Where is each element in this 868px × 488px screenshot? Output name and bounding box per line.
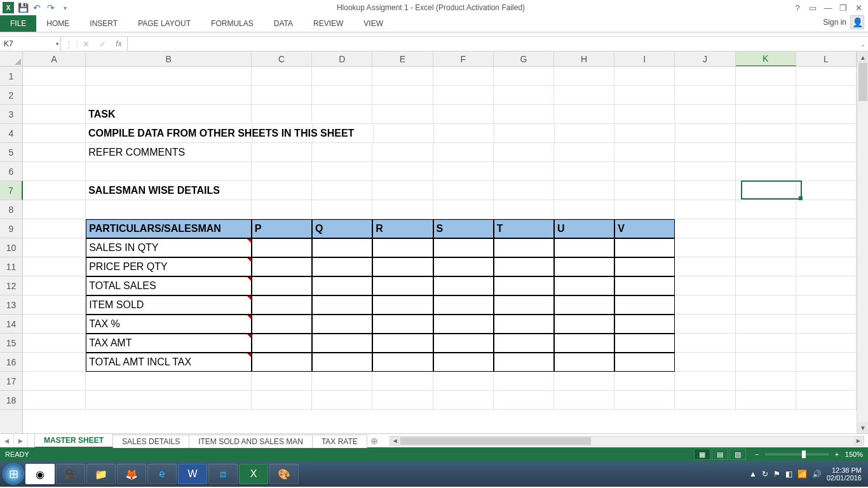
cell-E7[interactable] <box>372 181 433 200</box>
cell-I3[interactable] <box>614 105 675 124</box>
cell-J16[interactable] <box>675 353 735 372</box>
cell-G3[interactable] <box>494 105 554 124</box>
cell-J13[interactable] <box>675 295 735 315</box>
cell-C16[interactable] <box>252 353 312 372</box>
tray-network-icon[interactable]: 📶 <box>797 470 807 478</box>
tray-chevron-icon[interactable]: ▲ <box>749 470 757 478</box>
cell-F18[interactable] <box>433 391 494 410</box>
row-header-6[interactable]: 6 <box>0 162 23 181</box>
cell-K14[interactable] <box>736 315 796 334</box>
cell-D8[interactable] <box>312 200 372 219</box>
col-header-D[interactable]: D <box>312 51 372 66</box>
cell-L6[interactable] <box>796 162 857 181</box>
formula-input[interactable]: ⌄ <box>128 37 868 51</box>
tab-data[interactable]: DATA <box>264 15 303 32</box>
taskbar-dropbox-icon[interactable]: ⧈ <box>208 464 238 484</box>
row-header-17[interactable]: 17 <box>0 372 23 391</box>
cell-F14[interactable] <box>433 315 494 334</box>
file-tab[interactable]: FILE <box>0 15 36 32</box>
cell-B14[interactable]: TAX % <box>86 315 252 334</box>
comment-indicator-icon[interactable] <box>247 239 251 243</box>
cell-I16[interactable] <box>614 353 675 372</box>
cell-I13[interactable] <box>614 295 675 315</box>
cell-C9[interactable]: P <box>252 219 312 238</box>
cell-B2[interactable] <box>86 86 252 105</box>
row-header-15[interactable]: 15 <box>0 334 23 353</box>
cell-C8[interactable] <box>252 200 312 219</box>
cell-D10[interactable] <box>312 238 372 257</box>
taskbar-explorer-icon[interactable]: 📁 <box>86 464 116 484</box>
tray-action-icon[interactable]: ◧ <box>785 470 792 478</box>
cell-A2[interactable] <box>23 86 86 105</box>
zoom-handle[interactable] <box>802 451 806 458</box>
cell-F4[interactable] <box>434 124 494 143</box>
cell-E8[interactable] <box>372 200 433 219</box>
horizontal-scrollbar[interactable]: ◄ ► <box>390 436 864 446</box>
cell-A17[interactable] <box>23 372 86 391</box>
cell-H17[interactable] <box>554 372 614 391</box>
cell-E17[interactable] <box>372 372 433 391</box>
cell-H4[interactable] <box>555 124 615 143</box>
cell-J4[interactable] <box>675 124 736 143</box>
cell-G8[interactable] <box>494 200 554 219</box>
cell-B13[interactable]: ITEM SOLD <box>86 295 252 315</box>
cell-K3[interactable] <box>736 105 796 124</box>
tab-formulas[interactable]: FORMULAS <box>201 15 264 32</box>
scroll-up-icon[interactable]: ▲ <box>857 51 868 63</box>
cell-L16[interactable] <box>796 353 857 372</box>
tab-home[interactable]: HOME <box>36 15 79 32</box>
cell-L14[interactable] <box>796 315 857 334</box>
cell-I8[interactable] <box>614 200 675 219</box>
cell-L5[interactable] <box>796 143 857 162</box>
cell-J14[interactable] <box>675 315 735 334</box>
tray-clock[interactable]: 12:38 PM 02/01/2016 <box>827 466 862 482</box>
cell-D15[interactable] <box>312 334 372 353</box>
vscroll-thumb[interactable] <box>858 63 867 101</box>
col-header-C[interactable]: C <box>252 51 312 66</box>
row-header-13[interactable]: 13 <box>0 295 23 315</box>
cell-D18[interactable] <box>312 391 372 410</box>
cell-H18[interactable] <box>554 391 614 410</box>
cell-J8[interactable] <box>675 200 735 219</box>
select-all-corner[interactable] <box>0 51 23 67</box>
tray-volume-icon[interactable]: 🔊 <box>812 470 822 478</box>
cell-D14[interactable] <box>312 315 372 334</box>
cell-J12[interactable] <box>675 276 735 295</box>
col-header-A[interactable]: A <box>23 51 86 66</box>
row-header-10[interactable]: 10 <box>0 238 23 257</box>
cell-H6[interactable] <box>554 162 614 181</box>
col-header-L[interactable]: L <box>796 51 857 66</box>
zoom-value[interactable]: 150% <box>845 451 863 458</box>
cell-F2[interactable] <box>433 86 494 105</box>
cell-K17[interactable] <box>736 372 796 391</box>
cell-F3[interactable] <box>433 105 494 124</box>
cell-I9[interactable]: V <box>614 219 675 238</box>
hscroll-thumb[interactable] <box>400 437 591 445</box>
cell-I7[interactable] <box>614 181 675 200</box>
tab-page-layout[interactable]: PAGE LAYOUT <box>128 15 201 32</box>
cell-F6[interactable] <box>433 162 494 181</box>
cell-G14[interactable] <box>494 315 554 334</box>
view-page-layout-icon[interactable]: ▤ <box>712 449 728 460</box>
cell-I1[interactable] <box>614 67 675 86</box>
zoom-slider[interactable] <box>765 453 829 456</box>
cell-A1[interactable] <box>23 67 86 86</box>
save-icon[interactable]: 💾 <box>18 3 28 13</box>
undo-icon[interactable]: ↶ <box>32 3 42 13</box>
cell-J6[interactable] <box>675 162 735 181</box>
expand-formula-icon[interactable]: ⌄ <box>860 41 865 48</box>
row-header-4[interactable]: 4 <box>0 124 23 143</box>
cell-K2[interactable] <box>736 86 796 105</box>
cell-L2[interactable] <box>796 86 857 105</box>
cell-L8[interactable] <box>796 200 857 219</box>
cell-A11[interactable] <box>23 257 86 276</box>
cell-L17[interactable] <box>796 372 857 391</box>
cell-F13[interactable] <box>433 295 494 315</box>
col-header-I[interactable]: I <box>614 51 675 66</box>
sheet-tab[interactable]: MASTER SHEET <box>34 433 113 448</box>
cell-D2[interactable] <box>312 86 372 105</box>
comment-indicator-icon[interactable] <box>247 315 251 319</box>
cell-I15[interactable] <box>614 334 675 353</box>
zoom-in-button[interactable]: + <box>832 451 841 458</box>
cell-F5[interactable] <box>433 143 494 162</box>
